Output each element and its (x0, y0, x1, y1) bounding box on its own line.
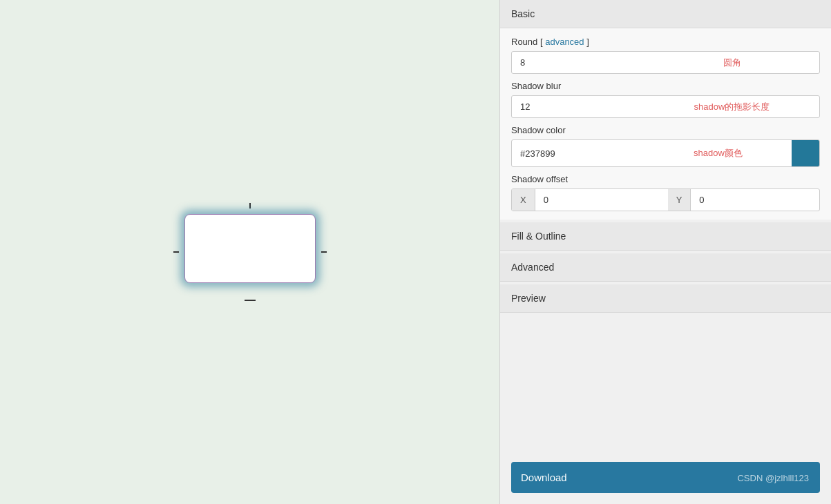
bottom-area: Download CSDN @jzlhlll123 (500, 451, 831, 504)
round-input-row: 圆角 (511, 51, 820, 74)
handle-bottom[interactable] (245, 300, 256, 301)
section-basic-label: Basic (511, 8, 535, 19)
section-basic-header[interactable]: Basic (500, 0, 831, 28)
section-preview-label: Preview (511, 293, 546, 304)
shadow-x-label: X (512, 189, 535, 211)
section-preview-header[interactable]: Preview (500, 284, 831, 313)
handle-left[interactable] (173, 251, 179, 253)
shadow-blur-input-row: shadow的拖影长度 (511, 95, 820, 118)
shadow-blur-input[interactable] (512, 96, 644, 117)
shadow-offset-label: Shadow offset (511, 174, 820, 184)
section-fill-header[interactable]: Fill & Outline (500, 222, 831, 251)
canvas-area (0, 0, 499, 504)
section-basic-content: Round [ advanced ] 圆角 Shadow blur shadow… (500, 28, 831, 220)
handle-top[interactable] (249, 203, 251, 209)
round-hint: 圆角 (644, 57, 819, 69)
shadow-color-swatch[interactable] (792, 140, 819, 166)
handle-right[interactable] (321, 251, 327, 253)
right-panel: Basic Round [ advanced ] 圆角 Shadow blur … (499, 0, 831, 504)
shadow-color-label: Shadow color (511, 125, 820, 135)
watermark: CSDN @jzlhlll123 (737, 472, 809, 483)
shadow-blur-label: Shadow blur (511, 81, 820, 91)
shadow-blur-hint: shadow的拖影长度 (644, 101, 819, 113)
shadow-color-hint: shadow颜色 (644, 147, 792, 159)
shadow-color-row: shadow颜色 (511, 139, 820, 167)
shadow-offset-row: X Y (511, 188, 820, 211)
round-advanced-link[interactable]: advanced (545, 37, 584, 47)
section-fill-label: Fill & Outline (511, 231, 566, 242)
shadow-y-input[interactable] (691, 189, 820, 211)
download-button[interactable]: Download CSDN @jzlhlll123 (511, 462, 820, 493)
shape-box[interactable] (184, 214, 316, 283)
shadow-color-input[interactable] (512, 143, 644, 164)
shadow-x-input[interactable] (535, 189, 668, 211)
shadow-y-label: Y (668, 189, 691, 211)
shape-container (184, 214, 316, 290)
spacer (500, 313, 831, 451)
section-advanced-label: Advanced (511, 262, 554, 273)
section-advanced-header[interactable]: Advanced (500, 253, 831, 282)
round-field-label: Round [ advanced ] (511, 37, 820, 47)
download-label: Download (521, 472, 567, 483)
round-input[interactable] (512, 52, 644, 73)
